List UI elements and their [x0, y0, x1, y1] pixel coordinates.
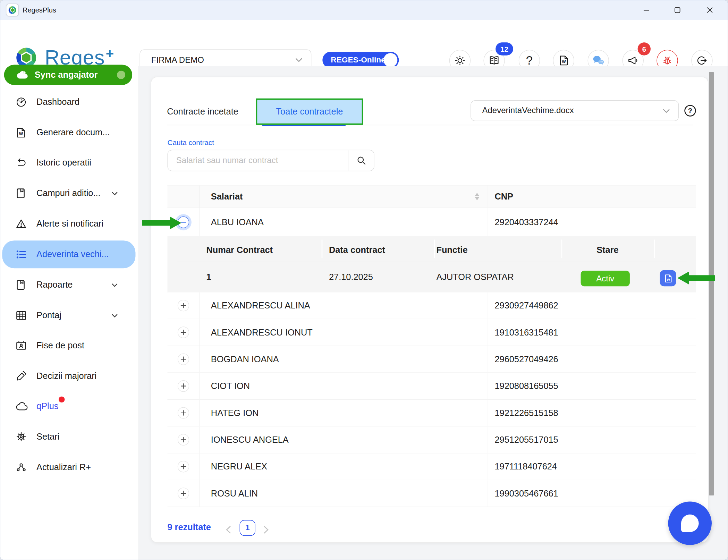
question-mark-icon: ? — [688, 107, 692, 115]
share-nodes-icon — [16, 462, 27, 473]
cloud-sync-icon — [16, 70, 28, 79]
sidebar-item-setari[interactable]: Setari — [0, 422, 138, 452]
sidebar-item-label: Rapoarte — [36, 280, 73, 290]
titlebar: RegesPlus — [0, 0, 728, 20]
pagination-next-button[interactable] — [261, 524, 272, 535]
tab-toate-contractele[interactable]: Toate contractele — [256, 99, 363, 125]
notebook-icon — [16, 279, 26, 290]
cell-salariat: IONESCU ANGELA — [200, 426, 488, 453]
generate-word-document-button[interactable]: W — [660, 270, 676, 287]
cell-salariat: ALBU IOANA — [200, 208, 488, 236]
table-row[interactable]: ROSU ALIN 1990305467661 — [167, 480, 696, 507]
sidebar-item-dashboard[interactable]: Dashboard — [0, 87, 138, 117]
expand-row-button[interactable] — [178, 326, 189, 338]
cell-cnp: 1921226515158 — [488, 400, 696, 426]
sidebar-item-label: Setari — [36, 432, 59, 442]
expand-row-button[interactable] — [178, 434, 189, 446]
subcolumn-functie: Functie — [436, 238, 467, 262]
tab-strip-divider — [167, 125, 693, 125]
svg-text:W: W — [19, 131, 23, 136]
chevron-down-icon — [111, 313, 118, 317]
minimize-button[interactable] — [636, 0, 657, 20]
notebook-icon — [16, 188, 26, 199]
table-row[interactable]: HATEG ION 1921226515158 — [167, 400, 696, 426]
warning-triangle-icon — [16, 218, 27, 229]
table-header: Salariat CNP — [167, 185, 696, 208]
toggle-knob — [383, 53, 397, 67]
chat-bubbles-icon — [592, 55, 604, 66]
content-card: Contracte incetate Toate contractele Ade… — [151, 77, 708, 543]
cloud-icon — [16, 401, 28, 411]
table-row-expanded[interactable]: ALBU IOANA 2920403337244 — [167, 208, 696, 237]
table-row[interactable]: CIOT ION 1920808165055 — [167, 373, 696, 400]
search-group — [167, 150, 374, 171]
sidebar-item-qplus[interactable]: qPlus — [0, 391, 138, 422]
open-book-icon — [488, 55, 500, 66]
column-divider — [434, 240, 435, 258]
svg-text:W: W — [667, 277, 670, 281]
word-document-icon: W — [664, 274, 672, 283]
annotation-arrow-left-icon — [677, 271, 715, 285]
sidebar-item-rapoarte[interactable]: Rapoarte — [0, 270, 138, 300]
tab-contracte-incetate[interactable]: Contracte incetate — [167, 99, 238, 125]
list-icon — [16, 249, 27, 260]
sort-control[interactable] — [475, 193, 479, 200]
logo-plus: + — [106, 46, 114, 61]
template-select[interactable]: AdeverintaVechime.docx — [471, 100, 679, 121]
sidebar-item-fise-de-post[interactable]: Fise de post — [0, 330, 138, 361]
sidebar-item-pontaj[interactable]: Pontaj — [0, 300, 138, 331]
table-row[interactable]: ALEXANDRESCU ALINA 2930927449862 — [167, 292, 696, 319]
megaphone-icon — [627, 55, 638, 66]
cell-salariat: BOGDAN IOANA — [200, 346, 488, 372]
expand-row-button[interactable] — [178, 354, 189, 365]
search-button[interactable] — [348, 150, 374, 171]
column-divider — [561, 240, 562, 258]
search-input[interactable] — [168, 150, 348, 171]
template-help-button[interactable]: ? — [684, 105, 696, 116]
history-undo-icon — [16, 157, 27, 168]
close-button[interactable] — [699, 0, 720, 20]
company-select-value: FIRMA DEMO — [140, 55, 295, 65]
table-row[interactable]: BOGDAN IOANA 2960527049426 — [167, 346, 696, 373]
expand-row-button[interactable] — [178, 487, 189, 499]
cell-cnp: 1920808165055 — [488, 373, 696, 399]
sidebar-item-label: Decizii majorari — [36, 371, 96, 381]
table-row[interactable]: IONESCU ANGELA 2951205517015 — [167, 426, 696, 453]
question-mark-icon: ? — [526, 54, 533, 67]
expand-row-button[interactable] — [178, 407, 189, 418]
annotation-arrow-right-icon — [142, 216, 182, 230]
chat-fab-button[interactable] — [668, 501, 712, 545]
column-divider — [322, 240, 323, 258]
bug-icon — [662, 55, 673, 66]
pagination-page-1[interactable]: 1 — [240, 520, 255, 536]
column-divider — [654, 240, 655, 258]
sidebar-item-istoric-operatii[interactable]: Istoric operatii — [0, 147, 138, 178]
cell-salariat: HATEG ION — [200, 400, 488, 426]
expand-row-button[interactable] — [178, 461, 189, 472]
sidebar-item-adeverinta-vechime[interactable]: Adeverinta vechi... — [2, 240, 135, 268]
sidebar-item-actualizari[interactable]: Actualizari R+ — [0, 452, 138, 483]
expand-row-button[interactable] — [178, 300, 189, 311]
sidebar-item-alerte[interactable]: Alerte si notificari — [0, 209, 138, 239]
pagination-prev-button[interactable] — [223, 524, 234, 535]
contracts-table: Salariat CNP — [167, 185, 696, 507]
chevron-down-icon — [663, 108, 670, 113]
sidebar-item-label: Generare docum... — [36, 128, 110, 138]
sidebar-item-decizii-majorari[interactable]: Decizii majorari — [0, 361, 138, 391]
table-row[interactable]: ALEXANDRESCU IONUT 1910316315481 — [167, 319, 696, 346]
sidebar-item-campuri-aditionale[interactable]: Campuri aditio... — [0, 178, 138, 209]
cell-cnp: 2920403337244 — [488, 208, 696, 236]
sync-angajator-button[interactable]: Sync angajator — [4, 65, 132, 85]
expand-row-button[interactable] — [178, 380, 189, 392]
sidebar-item-label: qPlus — [36, 401, 58, 411]
table-row[interactable]: NEGRU ALEX 1971118407624 — [167, 453, 696, 480]
cell-cnp: 1990305467661 — [488, 480, 696, 507]
cell-cnp: 2930927449862 — [488, 292, 696, 319]
word-document-icon: W — [16, 127, 26, 138]
chevron-down-icon — [111, 283, 118, 287]
tab-label: Toate contractele — [276, 107, 343, 117]
maximize-button[interactable] — [667, 0, 688, 20]
sidebar-item-generare-documente[interactable]: W Generare docum... — [0, 117, 138, 148]
main-area: Contracte incetate Toate contractele Ade… — [138, 66, 728, 560]
word-document-icon: W — [559, 55, 569, 66]
